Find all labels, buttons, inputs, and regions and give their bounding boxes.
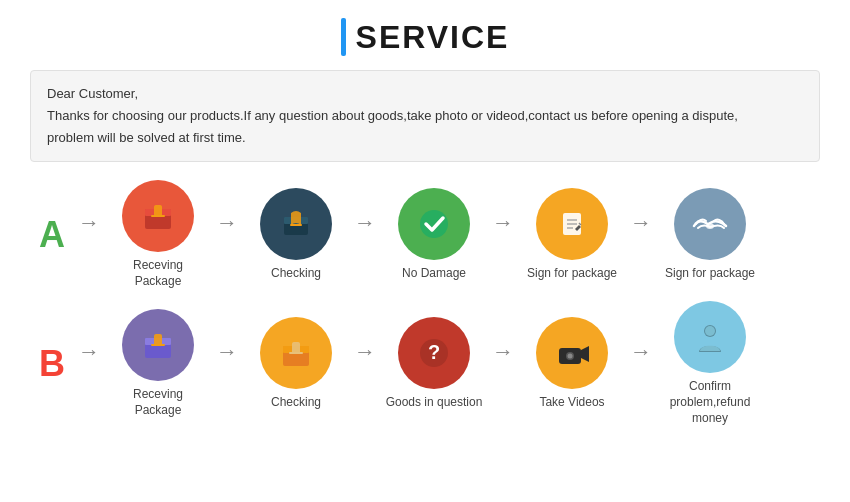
step-b2-label: Checking	[271, 395, 321, 411]
notice-line3: problem will be solved at first time.	[47, 127, 803, 149]
title-row: SERVICE	[30, 18, 820, 56]
arrow-a2: →	[354, 210, 376, 260]
svg-rect-3	[151, 215, 165, 217]
title-bar-accent	[341, 18, 346, 56]
step-a2-label: Checking	[271, 266, 321, 282]
step-b4: Take Videos	[518, 317, 626, 411]
svg-rect-6	[290, 224, 302, 226]
step-a3: No Damage	[380, 188, 488, 282]
icon-b4-camera	[536, 317, 608, 389]
svg-rect-16	[151, 344, 165, 346]
step-a4: Sign for package	[518, 188, 626, 282]
icon-a2-package-dark	[260, 188, 332, 260]
icon-b5-person	[674, 301, 746, 373]
step-b1: Receving Package	[104, 309, 212, 418]
step-b4-label: Take Videos	[539, 395, 604, 411]
step-a3-label: No Damage	[402, 266, 466, 282]
svg-point-7	[420, 210, 448, 238]
step-a1: Receving Package	[104, 180, 212, 289]
step-b3: ? Goods in question	[380, 317, 488, 411]
arrow-a4: →	[630, 210, 652, 260]
arrow-a3: →	[492, 210, 514, 260]
step-b3-label: Goods in question	[386, 395, 483, 411]
step-b5: Confirm problem,refund money	[656, 301, 764, 426]
notice-line2: Thanks for choosing our products.If any …	[47, 105, 803, 127]
svg-text:?: ?	[428, 341, 440, 363]
step-b1-label: Receving Package	[108, 387, 208, 418]
row-letter-a: A	[30, 214, 74, 256]
icon-a3-checkmark	[398, 188, 470, 260]
page-title: SERVICE	[356, 19, 510, 56]
step-b2: Checking	[242, 317, 350, 411]
icon-b2-package-orange	[260, 317, 332, 389]
arrow-b4: →	[630, 339, 652, 389]
icon-a1-package-red	[122, 180, 194, 252]
step-a5: Sign for package	[656, 188, 764, 282]
flow-row-a: A → Receving Package →	[30, 180, 820, 289]
step-a5-label: Sign for package	[665, 266, 755, 282]
svg-point-26	[568, 354, 573, 359]
step-a1-label: Receving Package	[108, 258, 208, 289]
icon-b1-package-purple	[122, 309, 194, 381]
arrow-b0: →	[78, 339, 100, 389]
icon-b3-question: ?	[398, 317, 470, 389]
arrow-b2: →	[354, 339, 376, 389]
notice-line1: Dear Customer,	[47, 83, 803, 105]
step-a2: Checking	[242, 188, 350, 282]
svg-rect-20	[289, 352, 303, 354]
icon-a5-handshake	[674, 188, 746, 260]
row-letter-b: B	[30, 343, 74, 385]
icon-a4-sign	[536, 188, 608, 260]
step-a4-label: Sign for package	[527, 266, 617, 282]
flow-row-b: B → Receving Package →	[30, 301, 820, 426]
svg-point-12	[706, 223, 714, 229]
notice-box: Dear Customer, Thanks for choosing our p…	[30, 70, 820, 162]
svg-marker-24	[581, 346, 589, 362]
svg-point-28	[705, 326, 715, 336]
arrow-b3: →	[492, 339, 514, 389]
arrow-a0: →	[78, 210, 100, 260]
step-b5-label: Confirm problem,refund money	[660, 379, 760, 426]
arrow-b1: →	[216, 339, 238, 389]
flow-section: A → Receving Package →	[30, 180, 820, 426]
page: SERVICE Dear Customer, Thanks for choosi…	[0, 0, 850, 502]
arrow-a1: →	[216, 210, 238, 260]
